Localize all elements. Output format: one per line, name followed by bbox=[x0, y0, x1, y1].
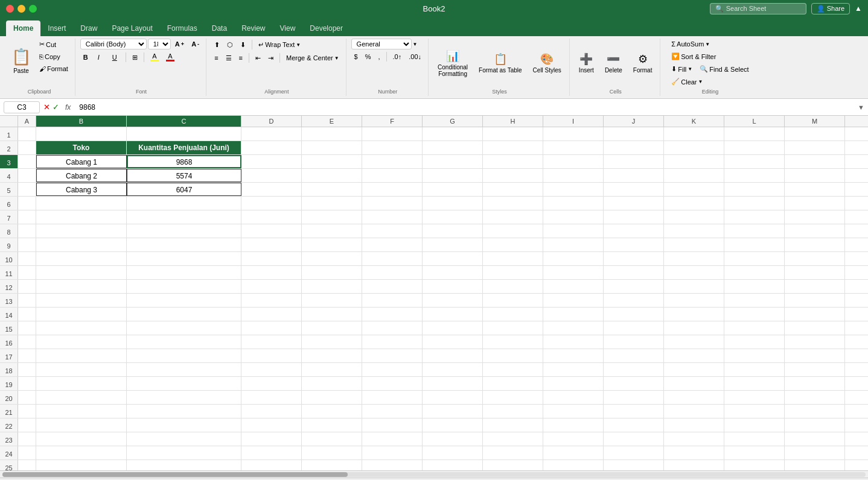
row-number[interactable]: 11 bbox=[0, 266, 18, 279]
col-header-d[interactable]: D bbox=[241, 116, 302, 127]
cell[interactable] bbox=[543, 197, 604, 210]
cell[interactable] bbox=[241, 308, 302, 321]
cell[interactable] bbox=[423, 266, 483, 279]
autosum-button[interactable]: Σ AutoSum ▼ bbox=[668, 39, 713, 49]
cell[interactable] bbox=[664, 418, 724, 432]
cell[interactable] bbox=[362, 294, 423, 307]
cell[interactable] bbox=[241, 169, 302, 182]
align-bottom-button[interactable]: ⬇ bbox=[237, 39, 249, 51]
row-number[interactable]: 4 bbox=[0, 169, 18, 182]
cell[interactable] bbox=[302, 308, 362, 321]
cell[interactable] bbox=[241, 127, 302, 141]
col-header-a[interactable]: A bbox=[18, 116, 36, 127]
share-button[interactable]: 👤 Share bbox=[811, 3, 850, 14]
font-size-select[interactable]: 18 bbox=[148, 39, 171, 49]
row-number[interactable]: 22 bbox=[0, 418, 18, 432]
cell[interactable] bbox=[483, 321, 543, 335]
cell[interactable] bbox=[483, 391, 543, 404]
cell[interactable] bbox=[785, 460, 845, 470]
cell[interactable] bbox=[241, 405, 302, 418]
cell[interactable] bbox=[845, 405, 868, 418]
cell[interactable] bbox=[664, 308, 724, 321]
cell[interactable] bbox=[664, 335, 724, 349]
cell[interactable] bbox=[604, 446, 664, 459]
cell[interactable] bbox=[362, 418, 423, 432]
cell[interactable] bbox=[18, 280, 36, 293]
fill-button[interactable]: ⬇ Fill ▼ bbox=[668, 63, 695, 75]
cell[interactable] bbox=[845, 363, 868, 376]
cell[interactable] bbox=[543, 183, 604, 196]
cell[interactable] bbox=[483, 141, 543, 154]
cell[interactable] bbox=[423, 446, 483, 459]
cell[interactable] bbox=[423, 321, 483, 335]
cell[interactable] bbox=[127, 363, 241, 376]
cell[interactable] bbox=[845, 460, 868, 470]
cell[interactable] bbox=[241, 460, 302, 470]
cell[interactable] bbox=[724, 377, 785, 390]
cell[interactable] bbox=[241, 155, 302, 168]
cell[interactable] bbox=[362, 252, 423, 265]
cell[interactable] bbox=[302, 224, 362, 238]
cell[interactable] bbox=[664, 405, 724, 418]
decrease-font-button[interactable]: A- bbox=[188, 39, 202, 49]
dec-dec-button[interactable]: .00↓ bbox=[406, 51, 424, 62]
cell[interactable] bbox=[302, 155, 362, 168]
cell[interactable]: 5574 bbox=[127, 169, 241, 182]
cell[interactable] bbox=[423, 155, 483, 168]
row-number[interactable]: 23 bbox=[0, 432, 18, 446]
cell[interactable] bbox=[724, 363, 785, 376]
cell[interactable] bbox=[18, 321, 36, 335]
tab-formulas[interactable]: Formulas bbox=[160, 21, 205, 36]
cell[interactable] bbox=[241, 224, 302, 238]
cell[interactable] bbox=[241, 141, 302, 154]
row-number[interactable]: 16 bbox=[0, 335, 18, 349]
cell[interactable] bbox=[127, 432, 241, 446]
font-color-button[interactable]: A bbox=[163, 51, 177, 64]
cell[interactable] bbox=[604, 127, 664, 141]
cell[interactable] bbox=[18, 335, 36, 349]
cell[interactable] bbox=[302, 321, 362, 335]
cell[interactable] bbox=[127, 197, 241, 210]
row-number[interactable]: 6 bbox=[0, 197, 18, 210]
cell[interactable] bbox=[241, 252, 302, 265]
cell[interactable] bbox=[543, 432, 604, 446]
cell[interactable] bbox=[18, 238, 36, 251]
cell[interactable] bbox=[724, 446, 785, 459]
cell[interactable] bbox=[362, 280, 423, 293]
cell[interactable] bbox=[18, 127, 36, 141]
cell[interactable] bbox=[18, 197, 36, 210]
cell[interactable] bbox=[724, 391, 785, 404]
cell[interactable] bbox=[127, 335, 241, 349]
cell[interactable]: 9868 bbox=[127, 155, 241, 168]
cell[interactable] bbox=[785, 210, 845, 224]
cell[interactable] bbox=[724, 127, 785, 141]
cell[interactable] bbox=[845, 127, 868, 141]
align-top-button[interactable]: ⬆ bbox=[211, 39, 223, 51]
cell[interactable] bbox=[543, 460, 604, 470]
cell[interactable] bbox=[543, 127, 604, 141]
cell[interactable] bbox=[36, 321, 127, 335]
cell[interactable] bbox=[785, 183, 845, 196]
format-button[interactable]: ⚙ Format bbox=[629, 45, 657, 81]
cell[interactable] bbox=[18, 363, 36, 376]
cell[interactable] bbox=[604, 183, 664, 196]
cell[interactable] bbox=[785, 432, 845, 446]
cell[interactable]: Kuantitas Penjualan (Juni) bbox=[127, 141, 241, 154]
cell[interactable] bbox=[483, 460, 543, 470]
cell[interactable] bbox=[845, 335, 868, 349]
cell[interactable] bbox=[785, 418, 845, 432]
italic-button[interactable]: I bbox=[95, 52, 108, 63]
cell[interactable] bbox=[543, 418, 604, 432]
cell[interactable] bbox=[483, 127, 543, 141]
cell[interactable] bbox=[362, 321, 423, 335]
sort-filter-button[interactable]: 🔽 Sort & Filter bbox=[668, 51, 719, 62]
cell[interactable] bbox=[604, 197, 664, 210]
cell[interactable] bbox=[664, 238, 724, 251]
cell[interactable] bbox=[604, 294, 664, 307]
row-number[interactable]: 7 bbox=[0, 210, 18, 224]
col-header-m[interactable]: M bbox=[785, 116, 845, 127]
cell[interactable] bbox=[362, 197, 423, 210]
borders-button[interactable]: ⊞ bbox=[129, 52, 141, 63]
cell[interactable] bbox=[241, 183, 302, 196]
cell[interactable] bbox=[664, 224, 724, 238]
